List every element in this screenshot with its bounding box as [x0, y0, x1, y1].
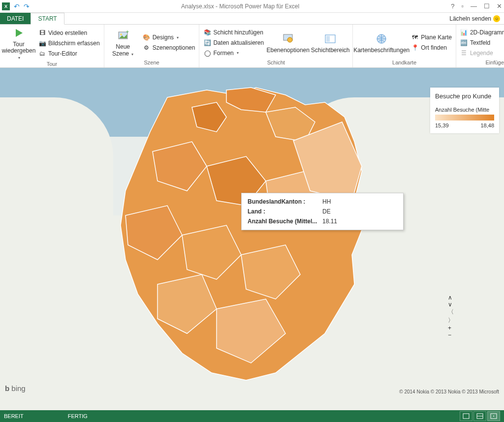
add-layer-button[interactable]: 📚Schicht hinzufügen — [202, 28, 265, 37]
window-title: Analyse.xlsx - Microsoft Power Map für E… — [30, 3, 451, 10]
map-labels-button[interactable]: Kartenbeschriftungen — [356, 26, 407, 60]
map-credits: © 2014 Nokia © 2013 Nokia © 2013 Microso… — [399, 389, 499, 394]
textbox-button[interactable]: 🔤Textfeld — [459, 38, 504, 47]
layer-range-button[interactable]: Schichtbereich — [311, 26, 349, 60]
smiley-icon: ☺ — [493, 15, 500, 22]
svg-point-6 — [287, 37, 292, 42]
ribbon-group-map: Kartenbeschriftungen 🗺Plane Karte 📍Ort f… — [353, 25, 456, 67]
view-icon-2 — [476, 413, 483, 419]
map-canvas[interactable]: BundeslandKanton :HH Land :DE Anzahl Bes… — [0, 68, 504, 410]
ribbon-group-insert: 📊2D-Diagramm 🔤Textfeld ☰Legende Zeit Ein… — [456, 25, 504, 67]
flat-map-icon: 🗺 — [411, 33, 419, 41]
redo-button[interactable]: ↷ — [24, 2, 30, 10]
shapes-button[interactable]: ◯Formen▾ — [202, 49, 265, 58]
legend-min: 15,39 — [435, 122, 449, 128]
maximize-button[interactable]: ☐ — [484, 2, 490, 10]
chart-icon: 📊 — [460, 29, 468, 36]
title-bar: X ↶ ↷ Analyse.xlsx - Microsoft Power Map… — [0, 0, 504, 13]
palette-icon: 🎨 — [143, 33, 151, 41]
ribbon-group-scene: + Neue Szene ▾ 🎨Designs▾ ⚙Szenenoptionen… — [104, 25, 200, 67]
svg-rect-12 — [463, 414, 469, 419]
svg-rect-8 — [326, 36, 330, 42]
gear-icon: ⚙ — [143, 44, 151, 52]
fullscreen-icon — [490, 413, 497, 419]
legend-button[interactable]: ☰Legende — [459, 49, 504, 58]
view-button-2[interactable] — [473, 411, 486, 421]
capture-screen-button[interactable]: 📷Bildschirm erfassen — [37, 39, 101, 48]
map-nav-controls: ∧ ∨ 〈 〉 + − — [448, 294, 497, 368]
text-icon: 🔤 — [460, 39, 468, 47]
layers-icon: 📚 — [203, 29, 211, 36]
2d-chart-button[interactable]: 📊2D-Diagramm — [459, 28, 504, 37]
designs-button[interactable]: 🎨Designs▾ — [142, 33, 196, 42]
new-scene-button[interactable]: + Neue Szene ▾ — [107, 26, 139, 60]
undo-button[interactable]: ↶ — [14, 2, 20, 10]
legend-icon: ☰ — [460, 49, 468, 57]
film-icon: 🎞 — [38, 29, 46, 37]
zoom-in-button[interactable]: + — [448, 325, 497, 332]
tab-file[interactable]: DATEI — [0, 13, 31, 24]
camera-icon: 📷 — [38, 39, 46, 47]
status-bar: BEREIT FERTIG — [0, 410, 504, 422]
close-button[interactable]: ✕ — [497, 2, 502, 10]
scene-icon: + — [117, 30, 129, 41]
legend-subtitle: Anzahl Besuche (Mitte — [435, 107, 494, 113]
map-legend[interactable]: Besuche pro Kunde Anzahl Besuche (Mitte … — [430, 88, 499, 133]
create-video-button[interactable]: 🎞Video erstellen — [37, 29, 101, 37]
view-button-3[interactable] — [487, 411, 500, 421]
data-tooltip: BundeslandKanton :HH Land :DE Anzahl Bes… — [241, 193, 404, 230]
pan-right-button[interactable]: 〉 — [448, 316, 497, 325]
ribbon: Tour wiedergeben ▾ 🎞Video erstellen 📷Bil… — [0, 25, 504, 68]
svg-point-2 — [120, 33, 122, 35]
play-icon — [13, 27, 25, 39]
globe-icon — [376, 33, 387, 45]
view-icon-1 — [463, 413, 470, 419]
flat-map-button[interactable]: 🗺Plane Karte — [410, 33, 453, 42]
view-button-1[interactable] — [460, 411, 472, 421]
status-ready: BEREIT — [4, 413, 24, 419]
pan-up-button[interactable]: ∧ — [448, 294, 497, 301]
excel-icon: X — [2, 2, 10, 10]
germany-choropleth — [79, 78, 384, 392]
status-done: FERTIG — [68, 413, 88, 419]
svg-marker-0 — [16, 29, 23, 37]
ribbon-tabs: DATEI START Lächeln senden ☺ — [0, 13, 504, 25]
legend-max: 18,48 — [480, 122, 494, 128]
refresh-data-button[interactable]: 🔄Daten aktualisieren — [202, 38, 265, 47]
pan-down-button[interactable]: ∨ — [448, 301, 497, 308]
layer-options-button[interactable]: Ebenenoptionen — [268, 26, 308, 60]
play-tour-button[interactable]: Tour wiedergeben ▾ — [3, 26, 34, 61]
svg-point-16 — [493, 416, 494, 417]
bing-logo: b bing — [5, 384, 26, 392]
zoom-out-button[interactable]: − — [448, 332, 497, 338]
editor-icon: 🗂 — [38, 50, 46, 58]
scene-options-button[interactable]: ⚙Szenenoptionen — [142, 43, 196, 52]
help-button[interactable]: ? — [451, 2, 454, 10]
pin-icon: 📍 — [411, 44, 419, 52]
find-place-button[interactable]: 📍Ort finden — [410, 43, 453, 52]
legend-title: Besuche pro Kunde — [435, 92, 494, 100]
refresh-icon: 🔄 — [203, 39, 211, 47]
tour-editor-button[interactable]: 🗂Tour-Editor — [37, 49, 101, 58]
layer-opts-icon — [282, 33, 294, 45]
ribbon-options-button[interactable]: ▫ — [461, 2, 464, 10]
svg-text:+: + — [126, 30, 129, 34]
shapes-icon: ◯ — [203, 49, 211, 57]
send-smile[interactable]: Lächeln senden ☺ — [449, 13, 504, 24]
minimize-button[interactable]: — — [471, 2, 477, 10]
pan-left-button[interactable]: 〈 — [448, 308, 497, 316]
tab-start[interactable]: START — [31, 13, 64, 25]
ribbon-group-layer: 📚Schicht hinzufügen 🔄Daten aktualisieren… — [199, 25, 353, 67]
legend-gradient — [435, 115, 494, 121]
range-icon — [324, 33, 336, 45]
ribbon-group-tour: Tour wiedergeben ▾ 🎞Video erstellen 📷Bil… — [0, 25, 104, 67]
